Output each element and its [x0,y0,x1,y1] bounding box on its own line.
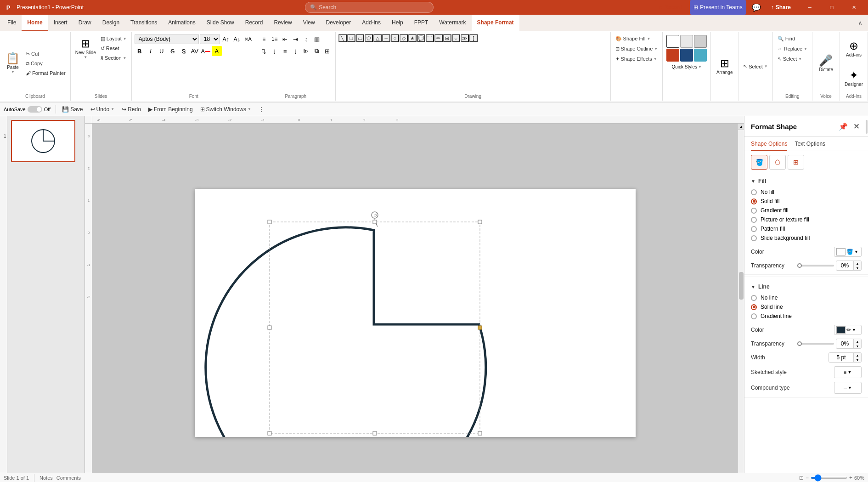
maximize-button[interactable]: □ [821,0,842,15]
dictate-button[interactable]: 🎤 Dictate [816,34,836,93]
panel-close-btn[interactable]: ✕ [851,121,862,132]
tab-draw[interactable]: Draw [73,15,97,31]
handle-br[interactable] [478,431,482,435]
tab-record[interactable]: Record [240,15,269,31]
fit-slide-btn-status[interactable]: ⊡ [799,475,804,481]
shape-options-tab[interactable]: Shape Options [751,141,787,151]
close-button[interactable]: ✕ [843,0,864,15]
style-swatch-2[interactable] [680,35,693,48]
section-button[interactable]: § Section ▼ [99,53,129,62]
shape-curve-btn[interactable]: ⌒ [426,34,434,42]
handle-ml[interactable] [268,326,271,329]
line-width-spinbox[interactable]: 5 pt ▲ ▼ [829,352,862,363]
tab-fppt[interactable]: FPPT [409,15,434,31]
decrease-indent-btn[interactable]: ⇤ [280,34,290,44]
fill-transparency-down[interactable]: ▼ [854,266,861,270]
panel-scrollbar[interactable] [865,116,868,482]
arrange-button[interactable]: ⊞ Arrange [715,34,735,99]
line-transparency-slider[interactable] [797,343,834,345]
shape-rect-btn[interactable]: □ [347,34,355,42]
tab-review[interactable]: Review [268,15,297,31]
clear-format-btn[interactable]: ✕A [243,34,253,44]
font-color-btn[interactable]: A [201,46,211,56]
line-color-dropdown-arrow[interactable]: ▼ [852,328,856,332]
shape-callout-btn[interactable]: 💬 [417,34,425,42]
quick-styles-expand-btn[interactable]: Quick Styles ▼ [671,64,702,69]
gradient-fill-option[interactable]: Gradient fill [751,207,862,214]
from-beginning-button[interactable]: ▶ From Beginning [146,104,196,115]
solid-line-radio[interactable] [751,304,757,310]
style-swatch-6[interactable] [694,49,707,62]
tab-addins[interactable]: Add-ins [356,15,386,31]
canvas-area[interactable]: ↺ [92,124,738,482]
share-button[interactable]: ↑ Share [767,0,795,15]
tab-developer[interactable]: Developer [321,15,357,31]
gradient-fill-radio[interactable] [751,208,757,214]
redo-button[interactable]: ↪ Redo [119,104,144,115]
columns-btn[interactable]: ▥ [312,34,322,44]
handle-bc[interactable] [373,431,377,435]
compound-type-picker[interactable]: ─ ▼ [834,382,862,394]
switch-windows-button[interactable]: ⊞ Switch Windows ▼ [197,104,254,115]
fill-transparency-slider[interactable] [797,265,834,267]
tab-help[interactable]: Help [386,15,409,31]
line-section-header[interactable]: ▼ Line [751,281,862,293]
shape-diamond-btn[interactable]: ◇ [400,34,408,42]
fill-color-picker[interactable]: 🪣 ▼ [834,247,862,257]
fill-transparency-spinbox[interactable]: 0% ▲ ▼ [836,261,862,271]
no-fill-radio[interactable] [751,189,757,195]
font-name-select[interactable]: Aptos (Body) [135,34,199,44]
tab-transitions[interactable]: Transitions [125,15,163,31]
smartart-btn[interactable]: ⧉ [312,46,322,56]
picture-texture-option[interactable]: Picture or texture fill [751,216,862,223]
solid-line-option[interactable]: Solid line [751,304,862,310]
strikethrough-btn[interactable]: S [168,46,178,56]
shape-star-btn[interactable]: ★ [408,34,417,42]
reset-button[interactable]: ↺ Reset [99,44,129,53]
shape-pentagon-btn[interactable]: ⬠ [365,34,373,42]
replace-button[interactable]: ↔ Replace ▼ [776,44,809,53]
zoom-slider[interactable] [811,477,847,479]
paste-button[interactable]: 📋 Paste ▼ [3,34,23,93]
char-spacing-btn[interactable]: AV [190,46,200,56]
title-search-bar[interactable]: 🔍 [305,2,434,13]
style-swatch-3[interactable] [694,35,707,48]
tab-animations[interactable]: Animations [163,15,201,31]
shadow-btn[interactable]: S [179,46,189,56]
numbering-btn[interactable]: 1≡ [270,34,280,44]
tab-insert[interactable]: Insert [48,15,73,31]
underline-btn[interactable]: U [157,46,167,56]
style-swatch-1[interactable] [666,35,679,48]
sketched-style-picker[interactable]: ≡ ▼ [834,366,862,378]
tab-design[interactable]: Design [97,15,125,31]
cut-button[interactable]: ✂ Cut [24,49,68,58]
bold-btn[interactable]: B [135,46,145,56]
tab-file[interactable]: File [2,15,22,31]
solid-fill-radio[interactable] [751,198,757,204]
designer-button[interactable]: ✦ Designer [843,63,865,93]
notes-btn[interactable]: Notes [39,475,53,481]
tab-shape-format[interactable]: Shape Format [472,15,519,31]
search-input[interactable] [319,4,428,11]
align-left-btn[interactable]: ⫿ [270,46,280,56]
style-swatch-4[interactable] [666,49,679,62]
shape-effects-btn[interactable]: ✦ Shape Effects ▼ [614,54,659,63]
tab-slideshow[interactable]: Slide Show [201,15,240,31]
record-button[interactable]: ● Record [655,0,686,15]
pie-shape[interactable] [205,227,485,437]
italic-btn[interactable]: I [146,46,156,56]
fill-section-header[interactable]: ▼ Fill [751,175,862,187]
shape-freeform-btn[interactable]: ✏ [434,34,443,42]
editing-select-button[interactable]: ↖ Select ▼ [776,54,804,63]
v-scroll-thumb[interactable] [739,272,744,300]
find-button[interactable]: 🔍 Find [776,34,797,43]
handle-tr[interactable] [478,220,482,224]
text-direction-btn[interactable]: ⇅ [259,46,269,56]
pattern-fill-option[interactable]: Pattern fill [751,226,862,232]
line-transparency-spinbox[interactable]: 0% ▲ ▼ [836,339,862,349]
pattern-fill-radio[interactable] [751,226,757,232]
comments-btn-status[interactable]: Comments [56,475,81,481]
line-width-up[interactable]: ▲ [854,353,861,357]
zoom-in-btn[interactable]: + [849,475,852,481]
format-painter-button[interactable]: 🖌 Format Painter [24,68,68,78]
